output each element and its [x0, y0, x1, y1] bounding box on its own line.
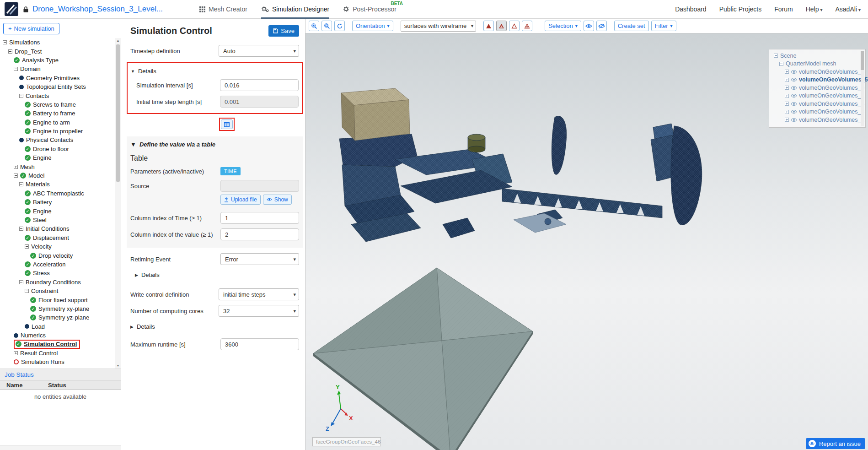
tree-item[interactable]: Simulation Runs — [0, 358, 115, 366]
tree-item[interactable]: Load — [0, 322, 115, 331]
scrollbar-thumb[interactable] — [861, 51, 864, 70]
expand-icon[interactable] — [785, 78, 789, 82]
expand-icon[interactable] — [785, 110, 789, 114]
scene-tree-item[interactable]: volumeOnGeoVolumes_6 — [771, 68, 859, 76]
scene-tree-item[interactable]: volumeOnGeoVolumes_3 — [771, 108, 859, 116]
tree-item[interactable]: Floor fixed support — [0, 295, 115, 304]
tree-item[interactable]: Engine — [0, 206, 115, 215]
zoom-window-button[interactable] — [321, 21, 332, 31]
scene-tree-item[interactable]: volumeOnGeoVolumes_5 — [771, 76, 859, 84]
tree-item[interactable]: Engine to arm — [0, 118, 115, 127]
tab-simulation-designer[interactable]: Simulation Designer — [261, 0, 329, 19]
scroll-down-icon[interactable]: ▼ — [115, 363, 121, 369]
tree-item[interactable]: Simulation Control — [14, 340, 80, 348]
filter-dropdown[interactable]: Filter▾ — [651, 21, 676, 31]
tree-item[interactable]: Mesh — [0, 162, 115, 171]
tree-item[interactable]: Contacts — [0, 91, 115, 100]
tree-item[interactable]: Analysis Type — [0, 56, 115, 65]
scene-tree-item[interactable]: Scene — [771, 52, 859, 60]
mesh-quality-filled-button[interactable] — [483, 21, 494, 31]
nav-forum[interactable]: Forum — [774, 5, 793, 13]
nav-public-projects[interactable]: Public Projects — [719, 5, 762, 13]
show-table-button[interactable]: Show — [263, 195, 292, 205]
drone-mesh[interactable] — [339, 88, 702, 242]
report-issue-button[interactable]: Report an issue — [806, 438, 865, 449]
expand-icon[interactable] — [785, 86, 789, 90]
nav-help-menu[interactable]: Help▾ — [806, 5, 823, 13]
tree-item[interactable]: Steel — [0, 216, 115, 224]
collapse-icon[interactable] — [8, 49, 12, 54]
hide-selected-button[interactable] — [596, 21, 607, 31]
tree-item[interactable]: ABC Thermoplastic — [0, 189, 115, 198]
source-input[interactable] — [220, 180, 299, 192]
floor-plane[interactable] — [313, 268, 533, 450]
collapse-icon[interactable] — [3, 40, 7, 44]
eye-icon[interactable] — [791, 102, 797, 106]
tree-item[interactable]: Boundary Conditions — [0, 278, 115, 287]
orientation-dropdown[interactable]: Orientation▾ — [352, 21, 393, 31]
mesh-quality-point-button[interactable] — [522, 21, 532, 31]
retiming-event-select[interactable]: Error — [220, 253, 299, 265]
eye-icon[interactable] — [791, 86, 797, 90]
tree-item[interactable]: Geometry Primitives — [0, 74, 115, 82]
define-via-table-button[interactable] — [221, 119, 233, 129]
collapse-icon[interactable] — [14, 67, 18, 71]
scene-tree-item[interactable]: volumeOnGeoVolumes_4 — [771, 100, 859, 108]
tree-item[interactable]: Battery to frame — [0, 109, 115, 118]
nav-dashboard[interactable]: Dashboard — [675, 5, 707, 13]
mesh-quality-active-button[interactable] — [496, 21, 507, 31]
tree-item[interactable]: Materials — [0, 180, 115, 189]
simulation-interval-input[interactable] — [220, 79, 299, 91]
max-runtime-input[interactable] — [220, 338, 299, 350]
time-parameter-chip[interactable]: TIME — [220, 167, 241, 175]
expand-icon[interactable] — [785, 102, 789, 106]
tree-item[interactable]: Displacement — [0, 233, 115, 242]
tab-mesh-creator[interactable]: Mesh Creator — [199, 0, 247, 19]
initial-step-input[interactable] — [220, 96, 299, 108]
selection-dropdown[interactable]: Selection▾ — [545, 21, 581, 31]
3d-canvas[interactable]: Y X Z Scene Quarter — [305, 33, 868, 450]
tree-item[interactable]: Constraint — [0, 287, 115, 295]
tree-item[interactable]: Symmetry xy-plane — [0, 304, 115, 313]
scene-tree-scrollbar[interactable] — [861, 51, 864, 126]
zoom-in-button[interactable] — [309, 21, 319, 31]
create-set-button[interactable]: Create set — [614, 21, 649, 31]
expand-icon[interactable] — [14, 165, 18, 169]
tree-item[interactable]: Topological Entity Sets — [0, 82, 115, 91]
expand-icon[interactable] — [785, 70, 789, 74]
tree-item[interactable]: Drone to floor — [0, 145, 115, 153]
tab-post-processor[interactable]: Post-Processor BETA — [343, 0, 396, 19]
tree-item[interactable]: Engine to propeller — [0, 127, 115, 136]
tree-item[interactable]: Velocity — [0, 242, 115, 251]
collapse-icon[interactable] — [25, 289, 29, 293]
tree-item[interactable]: Stress — [0, 269, 115, 277]
scene-tree-item[interactable]: volumeOnGeoVolumes_0 — [771, 84, 859, 92]
expand-icon[interactable] — [785, 94, 789, 98]
tree-item[interactable]: Model — [0, 171, 115, 180]
scene-tree-item[interactable]: QuarterModel mesh — [771, 60, 859, 68]
eye-icon[interactable] — [791, 78, 797, 81]
column-time-input[interactable] — [220, 212, 299, 224]
eye-icon[interactable] — [791, 118, 797, 122]
timestep-definition-select[interactable]: Auto — [219, 45, 299, 57]
tree-item[interactable]: Battery — [0, 198, 115, 206]
tree-item[interactable]: Simulations — [0, 38, 115, 47]
collapse-icon[interactable] — [25, 244, 29, 249]
reset-view-button[interactable] — [334, 21, 345, 31]
eye-icon[interactable] — [791, 94, 797, 98]
tree-item[interactable]: Physical Contacts — [0, 136, 115, 144]
tree-scrollbar[interactable]: ▲ ▼ — [115, 38, 121, 369]
details-toggle-expanded[interactable]: ▼ Details — [131, 68, 299, 75]
column-value-input[interactable] — [220, 228, 299, 240]
expand-icon[interactable] — [14, 351, 18, 355]
tree-item[interactable]: Engine — [0, 153, 115, 162]
tree-item[interactable]: Drop velocity — [0, 251, 115, 260]
collapse-icon[interactable] — [19, 182, 23, 186]
tree-item[interactable]: Initial Conditions — [0, 224, 115, 233]
collapse-icon[interactable] — [774, 54, 778, 58]
nav-user-menu[interactable]: AsadAli▾ — [836, 5, 861, 13]
expand-icon[interactable] — [785, 118, 789, 122]
details-toggle-collapsed-1[interactable]: ▶ Details — [135, 271, 299, 278]
tree-item[interactable]: Symmetry yz-plane — [0, 313, 115, 322]
write-control-select[interactable]: initial time steps — [219, 288, 299, 300]
